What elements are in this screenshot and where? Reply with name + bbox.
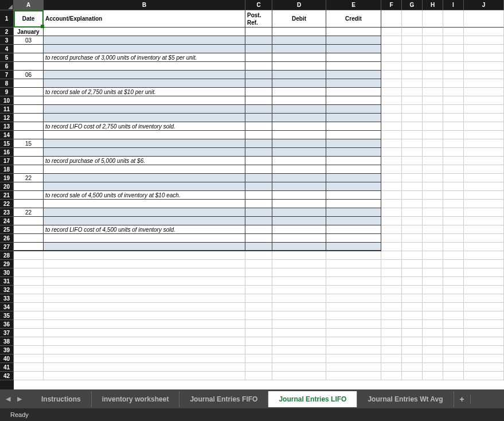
cell-C40[interactable] [245, 354, 272, 363]
cell-E41[interactable] [326, 363, 381, 372]
cell-B20[interactable] [44, 182, 245, 191]
cell-G35[interactable] [402, 311, 423, 320]
cell-B30[interactable] [44, 268, 245, 277]
cell-J40[interactable] [464, 354, 504, 363]
cell-J20[interactable] [464, 182, 504, 191]
cell-G20[interactable] [402, 182, 423, 191]
cell-J7[interactable] [464, 71, 504, 79]
cell-A40[interactable] [14, 354, 44, 363]
cell-C12[interactable] [245, 114, 272, 122]
cell-A22[interactable] [14, 200, 44, 208]
cell-D40[interactable] [272, 354, 326, 363]
cell-I17[interactable] [443, 157, 464, 165]
cell-A8[interactable] [14, 79, 44, 88]
row-header-36[interactable]: 36 [0, 320, 14, 329]
cell-I34[interactable] [443, 303, 464, 311]
row-header-13[interactable]: 13 [0, 122, 14, 131]
cell-A4[interactable] [14, 45, 44, 53]
cell-J4[interactable] [464, 45, 504, 53]
cell-G25[interactable] [402, 225, 423, 234]
cell-H36[interactable] [423, 320, 443, 329]
cell-I41[interactable] [443, 363, 464, 372]
cell-C36[interactable] [245, 320, 272, 329]
cell-B26[interactable] [44, 234, 245, 243]
cell-E23[interactable] [326, 208, 381, 217]
cell-C38[interactable] [245, 337, 272, 346]
cell-E33[interactable] [326, 294, 381, 303]
cell-I28[interactable] [443, 251, 464, 260]
cell-I33[interactable] [443, 294, 464, 303]
cell-D27[interactable] [272, 243, 326, 251]
cell-H37[interactable] [423, 329, 443, 337]
cell-A26[interactable] [14, 234, 44, 243]
cell-E21[interactable] [326, 191, 381, 200]
cell-D33[interactable] [272, 294, 326, 303]
cell-B14[interactable] [44, 131, 245, 139]
cell-D8[interactable] [272, 79, 326, 88]
cell-C23[interactable] [245, 208, 272, 217]
row-header-1[interactable]: 1 [0, 10, 14, 28]
cell-G7[interactable] [402, 71, 423, 79]
cell-E10[interactable] [326, 96, 381, 105]
cell-H7[interactable] [423, 71, 443, 79]
cell-J16[interactable] [464, 148, 504, 157]
cell-H33[interactable] [423, 294, 443, 303]
cell-F41[interactable] [381, 363, 402, 372]
cell-H26[interactable] [423, 234, 443, 243]
cell-I15[interactable] [443, 139, 464, 148]
cell-E25[interactable] [326, 225, 381, 234]
cell-H23[interactable] [423, 208, 443, 217]
cell-J24[interactable] [464, 217, 504, 225]
cell-D18[interactable] [272, 165, 326, 174]
cell-I13[interactable] [443, 122, 464, 131]
cell-J2[interactable] [464, 28, 504, 36]
cell-I29[interactable] [443, 260, 464, 268]
cell-B3[interactable] [44, 36, 245, 45]
cell-G3[interactable] [402, 36, 423, 45]
cell-F35[interactable] [381, 311, 402, 320]
cell-B31[interactable] [44, 277, 245, 286]
cell-F13[interactable] [381, 122, 402, 131]
cell-H22[interactable] [423, 200, 443, 208]
cell-J23[interactable] [464, 208, 504, 217]
cell-B36[interactable] [44, 320, 245, 329]
cell-C2[interactable] [245, 28, 272, 36]
cell-C3[interactable] [245, 36, 272, 45]
row-header-18[interactable]: 18 [0, 165, 14, 174]
cell-B5[interactable]: to record purchase of 3,000 units of inv… [44, 53, 245, 62]
cell-C11[interactable] [245, 105, 272, 114]
cell-E15[interactable] [326, 139, 381, 148]
cell-E38[interactable] [326, 337, 381, 346]
cell-F2[interactable] [381, 28, 402, 36]
cell-I1[interactable] [443, 10, 464, 28]
cell-E6[interactable] [326, 62, 381, 71]
cell-I4[interactable] [443, 45, 464, 53]
cell-G11[interactable] [402, 105, 423, 114]
cell-F24[interactable] [381, 217, 402, 225]
cell-E7[interactable] [326, 71, 381, 79]
cell-F22[interactable] [381, 200, 402, 208]
cell-E20[interactable] [326, 182, 381, 191]
cell-F28[interactable] [381, 251, 402, 260]
cell-A2[interactable]: January [14, 28, 44, 36]
cell-G17[interactable] [402, 157, 423, 165]
row-header-38[interactable]: 38 [0, 337, 14, 346]
cell-F26[interactable] [381, 234, 402, 243]
cell-H16[interactable] [423, 148, 443, 157]
cell-D23[interactable] [272, 208, 326, 217]
cell-G6[interactable] [402, 62, 423, 71]
cell-E11[interactable] [326, 105, 381, 114]
cell-F40[interactable] [381, 354, 402, 363]
cell-I16[interactable] [443, 148, 464, 157]
cell-H2[interactable] [423, 28, 443, 36]
row-header-22[interactable]: 22 [0, 200, 14, 208]
cell-I19[interactable] [443, 174, 464, 182]
cell-A31[interactable] [14, 277, 44, 286]
sheet-tab-journal-entries-lifo[interactable]: Journal Entries LIFO [268, 391, 357, 407]
cell-G39[interactable] [402, 346, 423, 354]
cell-E40[interactable] [326, 354, 381, 363]
cell-B40[interactable] [44, 354, 245, 363]
cell-J31[interactable] [464, 277, 504, 286]
cell-E1[interactable]: Credit [326, 10, 381, 28]
cell-I7[interactable] [443, 71, 464, 79]
